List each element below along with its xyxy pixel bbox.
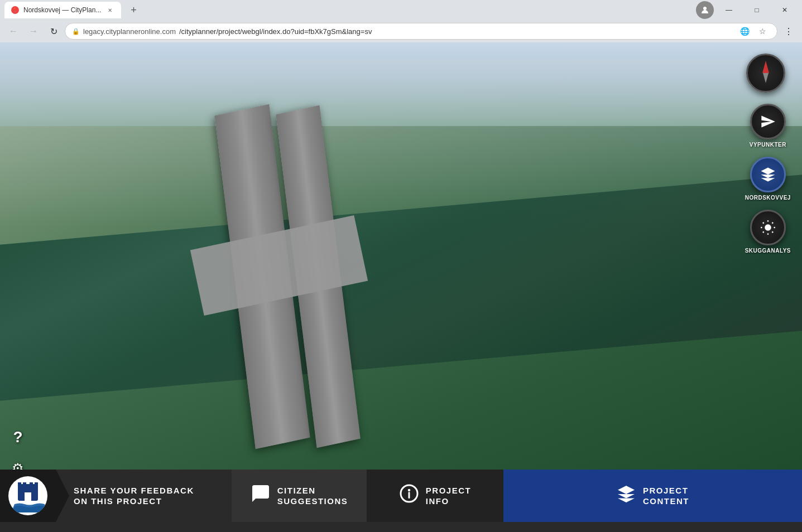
info-text: PROJECT INFO	[426, 485, 471, 507]
suggestions-label-1: CITIZEN	[277, 485, 348, 496]
logo-image	[8, 476, 47, 515]
content-label-2: CONTENT	[643, 496, 689, 507]
profile-button[interactable]	[696, 1, 714, 19]
tab-favicon: 📍	[11, 6, 19, 14]
suggestions-section[interactable]: CITIZEN SUGGESTIONS	[232, 470, 367, 522]
tab-close-button[interactable]: ✕	[105, 6, 114, 14]
svg-line-4	[763, 223, 764, 224]
url-base: legacy.cityplanneronline.com	[83, 27, 176, 36]
svg-point-17	[25, 492, 31, 499]
suggestions-text: CITIZEN SUGGESTIONS	[277, 485, 348, 507]
help-button[interactable]: ?	[9, 428, 27, 446]
svg-point-0	[703, 7, 707, 10]
browser-titlebar: 📍 Nordskovvej — CityPlan... ✕ + — □ ✕ ← …	[0, 0, 802, 42]
address-bar-row: ← → ↻ 🔒 legacy.cityplanneronline.com /ci…	[0, 20, 802, 42]
suggestions-icon	[251, 483, 271, 508]
skugganalys-circle	[750, 210, 786, 245]
content-label-1: PROJECT	[643, 485, 689, 496]
minimize-button[interactable]: —	[716, 1, 742, 19]
compass-widget[interactable]	[746, 54, 785, 93]
close-button[interactable]: ✕	[772, 1, 798, 19]
main-viewport: VYPUNKTER NORDSKOVVEJ	[0, 42, 802, 522]
skugganalys-button[interactable]: SKUGGANALYS	[745, 210, 791, 254]
feedback-label-line1: SHARE YOUR FEEDBACK	[74, 485, 223, 496]
maximize-button[interactable]: □	[744, 1, 770, 19]
lock-icon: 🔒	[72, 28, 80, 35]
suggestions-label-2: SUGGESTIONS	[277, 496, 348, 507]
vypunkter-circle	[750, 104, 786, 139]
tab-title: Nordskovvej — CityPlan...	[23, 6, 101, 14]
right-panel: VYPUNKTER NORDSKOVVEJ	[745, 104, 791, 254]
svg-line-5	[772, 231, 773, 233]
svg-rect-13	[30, 482, 33, 486]
info-label-1: PROJECT	[426, 485, 471, 496]
nordskovvej-circle	[750, 157, 786, 192]
nordskovvej-button[interactable]: NORDSKOVVEJ	[745, 157, 791, 201]
content-layers-icon	[616, 484, 636, 508]
feedback-label-line2: ON THIS PROJECT	[74, 496, 223, 507]
feedback-text: SHARE YOUR FEEDBACK ON THIS PROJECT	[56, 485, 232, 507]
svg-point-1	[765, 224, 771, 231]
svg-line-9	[772, 223, 773, 224]
info-section[interactable]: PROJECT INFO	[367, 470, 503, 522]
vypunkter-button[interactable]: VYPUNKTER	[750, 104, 786, 148]
info-label-2: INFO	[426, 496, 471, 507]
feedback-section[interactable]: SHARE YOUR FEEDBACK ON THIS PROJECT	[0, 470, 232, 522]
skugganalys-label: SKUGGANALYS	[745, 248, 791, 254]
info-icon	[399, 483, 419, 509]
vypunkter-label: VYPUNKTER	[750, 142, 786, 148]
nordskovvej-label: NORDSKOVVEJ	[745, 195, 791, 201]
bookmark-icon[interactable]: ☆	[755, 23, 770, 39]
feedback-logo	[0, 470, 56, 522]
chrome-menu-button[interactable]: ⋮	[780, 22, 798, 40]
forward-button[interactable]: →	[25, 22, 42, 40]
content-text: PROJECT CONTENT	[643, 485, 689, 507]
svg-rect-12	[23, 482, 26, 486]
reload-button[interactable]: ↻	[45, 22, 63, 40]
svg-line-8	[763, 231, 764, 233]
new-tab-button[interactable]: +	[126, 2, 141, 18]
url-path: /cityplanner/project/webgl/index.do?uid=…	[179, 27, 372, 36]
svg-rect-11	[18, 482, 21, 486]
back-button[interactable]: ←	[4, 22, 22, 40]
translate-icon[interactable]: 🌐	[737, 23, 752, 39]
content-section[interactable]: PROJECT CONTENT	[503, 470, 802, 522]
bottom-toolbar: SHARE YOUR FEEDBACK ON THIS PROJECT CITI…	[0, 470, 802, 522]
svg-rect-14	[35, 482, 38, 486]
address-bar[interactable]: 🔒 legacy.cityplanneronline.com /cityplan…	[65, 23, 777, 40]
browser-tab[interactable]: 📍 Nordskovvej — CityPlan... ✕	[4, 2, 121, 18]
